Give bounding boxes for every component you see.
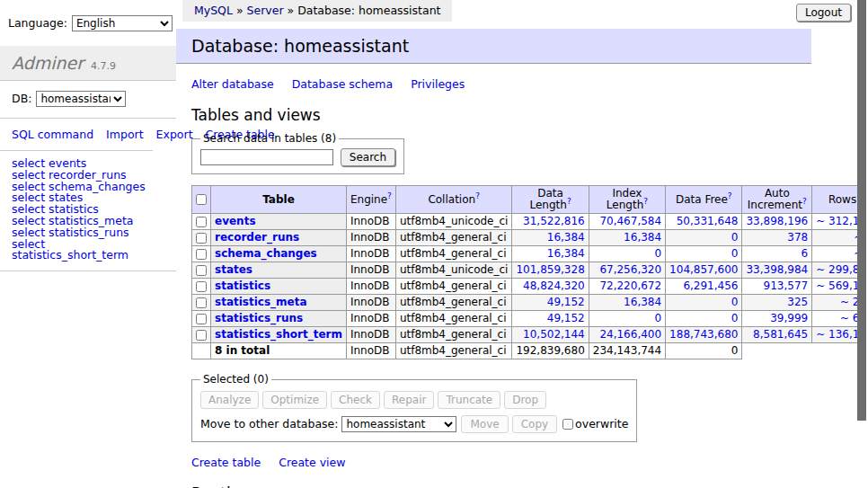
create-link-create-table[interactable]: Create table bbox=[191, 456, 261, 469]
collation-cell: utf8mb4_general_ci bbox=[395, 311, 512, 327]
optimize-button[interactable]: Optimize bbox=[262, 391, 327, 409]
row-checkbox[interactable] bbox=[196, 233, 207, 244]
column-header-engine: Engine? bbox=[346, 186, 395, 214]
column-header-table: Table bbox=[211, 186, 347, 214]
column-help-link[interactable]: ? bbox=[643, 197, 648, 206]
table-link-states[interactable]: states bbox=[215, 263, 252, 276]
create-link-create-view[interactable]: Create view bbox=[279, 456, 345, 469]
table-link-events[interactable]: events bbox=[215, 215, 256, 227]
db-selector-row: DB:homeassistant bbox=[0, 81, 176, 119]
move-label: Move to other database: bbox=[200, 417, 338, 430]
analyze-button[interactable]: Analyze bbox=[200, 391, 259, 409]
total-empty-cell bbox=[742, 343, 812, 359]
data-length-cell: 49,152 bbox=[512, 295, 589, 311]
row-checkbox[interactable] bbox=[196, 330, 207, 341]
table-header-row: TableEngine?Collation?Data Length?Index … bbox=[192, 186, 868, 214]
scrollbar-thumb[interactable] bbox=[857, 0, 866, 421]
tables-list: TableEngine?Collation?Data Length?Index … bbox=[191, 185, 868, 359]
column-help-link[interactable]: ? bbox=[567, 197, 571, 206]
row-checkbox-cell bbox=[192, 230, 211, 246]
data-length-cell: 10,502,144 bbox=[512, 327, 589, 343]
table-link-statistics-short-term[interactable]: statistics_short_term bbox=[215, 328, 342, 341]
column-header-data-length: Data Length? bbox=[512, 186, 589, 214]
repair-button[interactable]: Repair bbox=[384, 391, 434, 409]
auto-increment-cell: 325 bbox=[742, 295, 812, 311]
collation-cell: utf8mb4_general_ci bbox=[395, 246, 512, 262]
table-row: eventsInnoDButf8mb4_unicode_ci31,522,816… bbox=[192, 214, 868, 230]
move-db-select[interactable]: homeassistant bbox=[341, 416, 456, 432]
table-name-cell: statistics_short_term bbox=[211, 327, 347, 343]
search-legend: Search data in tables (8) bbox=[200, 132, 339, 145]
select-all-cell bbox=[192, 186, 211, 214]
sidebar-link-sql-command[interactable]: SQL command bbox=[12, 128, 93, 141]
table-link-statistics-runs[interactable]: statistics_runs bbox=[215, 312, 303, 324]
sidebar-table-link-select-statistics-short-term[interactable]: select statistics_short_term bbox=[12, 239, 164, 262]
engine-cell: InnoDB bbox=[346, 295, 395, 311]
row-checkbox[interactable] bbox=[196, 249, 207, 260]
table-name-cell: statistics_runs bbox=[211, 311, 347, 327]
index-length-cell: 16,384 bbox=[589, 295, 665, 311]
total-data-free-cell: 0 bbox=[666, 343, 742, 359]
breadcrumb-server[interactable]: Server bbox=[247, 4, 284, 17]
logout-button[interactable]: Logout bbox=[796, 4, 851, 22]
action-link-alter-database[interactable]: Alter database bbox=[191, 77, 274, 91]
table-row: statistics_runsInnoDButf8mb4_general_ci4… bbox=[192, 311, 868, 327]
auto-increment-cell: 33,398,984 bbox=[742, 262, 812, 279]
search-button[interactable]: Search bbox=[341, 148, 395, 166]
table-row: schema_changesInnoDButf8mb4_general_ci16… bbox=[192, 246, 868, 262]
row-checkbox[interactable] bbox=[196, 265, 207, 276]
row-checkbox[interactable] bbox=[196, 297, 207, 308]
data-free-cell: 50,331,648 bbox=[666, 214, 742, 230]
row-checkbox[interactable] bbox=[196, 314, 207, 324]
index-length-cell: 67,256,320 bbox=[589, 262, 665, 279]
create-links-row: Create tableCreate view bbox=[191, 456, 857, 469]
search-input[interactable] bbox=[200, 149, 333, 165]
app-title[interactable]: Adminer 4.7.9 bbox=[0, 46, 176, 81]
column-help-link[interactable]: ? bbox=[802, 197, 807, 206]
db-select[interactable]: homeassistant bbox=[36, 91, 126, 107]
total-engine-cell: InnoDB bbox=[346, 343, 395, 359]
table-link-recorder-runs[interactable]: recorder_runs bbox=[215, 231, 299, 244]
row-checkbox[interactable] bbox=[196, 217, 207, 227]
overwrite-label: overwrite bbox=[575, 417, 628, 430]
sidebar: Language:English Adminer 4.7.9 DB:homeas… bbox=[0, 0, 176, 271]
action-link-database-schema[interactable]: Database schema bbox=[292, 77, 393, 91]
data-length-cell: 16,384 bbox=[512, 246, 589, 262]
column-help-link[interactable]: ? bbox=[387, 191, 392, 200]
column-help-link[interactable]: ? bbox=[475, 191, 480, 200]
language-select[interactable]: English bbox=[72, 15, 173, 31]
drop-button[interactable]: Drop bbox=[504, 391, 546, 409]
data-free-cell: 0 bbox=[666, 295, 742, 311]
table-link-schema-changes[interactable]: schema_changes bbox=[215, 247, 317, 260]
table-name-cell: statistics bbox=[211, 279, 347, 295]
index-length-cell: 70,467,584 bbox=[589, 214, 665, 230]
row-checkbox-cell bbox=[192, 295, 211, 311]
select-all-checkbox[interactable] bbox=[196, 194, 207, 205]
table-name-cell: states bbox=[211, 262, 347, 279]
table-name-cell: recorder_runs bbox=[211, 230, 347, 246]
sidebar-link-import[interactable]: Import bbox=[106, 128, 144, 141]
truncate-button[interactable]: Truncate bbox=[438, 391, 500, 409]
column-header-data-free: Data Free? bbox=[666, 186, 742, 214]
collation-cell: utf8mb4_general_ci bbox=[395, 295, 512, 311]
overwrite-checkbox[interactable] bbox=[562, 419, 573, 430]
breadcrumb-mysql[interactable]: MySQL bbox=[194, 4, 233, 17]
row-checkbox[interactable] bbox=[196, 281, 207, 292]
column-help-link[interactable]: ? bbox=[728, 191, 732, 200]
breadcrumb-database-homeassistant: Database: homeassistant bbox=[297, 4, 440, 17]
table-link-statistics[interactable]: statistics bbox=[215, 279, 270, 292]
breadcrumb-separator: » bbox=[233, 4, 247, 17]
database-actions: Alter databaseDatabase schemaPrivileges bbox=[191, 77, 857, 91]
data-free-cell: 188,743,680 bbox=[666, 327, 742, 343]
data-free-cell: 0 bbox=[666, 311, 742, 327]
move-row: Move to other database:homeassistantMove… bbox=[200, 415, 628, 433]
action-link-privileges[interactable]: Privileges bbox=[411, 77, 465, 91]
table-name-cell: schema_changes bbox=[211, 246, 347, 262]
main-content: MySQL » Server » Database: homeassistant… bbox=[176, 0, 857, 488]
table-link-statistics-meta[interactable]: statistics_meta bbox=[215, 296, 307, 308]
index-length-cell: 72,220,672 bbox=[589, 279, 665, 295]
row-checkbox-cell bbox=[192, 311, 211, 327]
copy-button[interactable]: Copy bbox=[512, 415, 557, 433]
move-button[interactable]: Move bbox=[461, 415, 508, 433]
check-button[interactable]: Check bbox=[331, 391, 380, 409]
